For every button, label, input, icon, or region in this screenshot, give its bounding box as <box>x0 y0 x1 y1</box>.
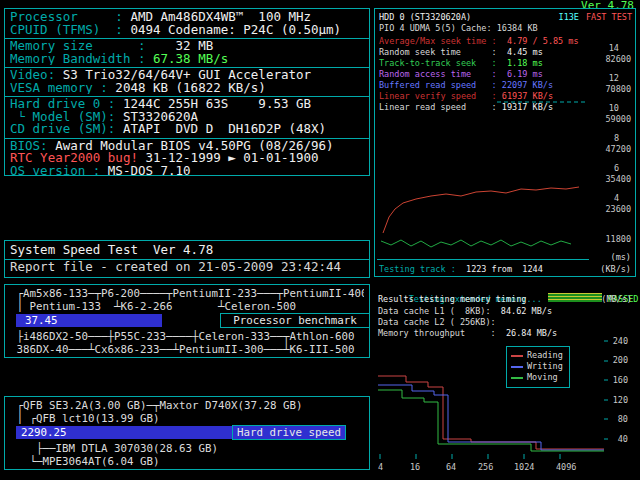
axis-kbs-label: 11800 <box>585 234 631 245</box>
hdd-axis-row: 847200 <box>585 133 631 155</box>
y-tick-label: 240 <box>613 336 628 347</box>
testing-track-row: Testing track : 1223 from 1244 <box>379 264 543 275</box>
read-speed-curve <box>383 187 579 233</box>
cpuid-label: CPUID (TFMS) : <box>10 24 130 37</box>
bios-value: Award Modular BIOS v4.50PG (08/26/96) <box>55 140 333 153</box>
memory-graph <box>376 338 608 460</box>
axis-kbs-label: 23600 <box>585 204 631 215</box>
drive-benchmark-panel: ┌QFB SE3.2A(3.00 GB)─┬Maxtor D740X(37.28… <box>4 396 370 470</box>
system-info-panel: Processor : AMD Am486DX4WB™ 100 MHz CPUI… <box>4 8 370 176</box>
drive-scale-row-1: ┌QFB SE3.2A(3.00 GB)─┬Maxtor D740X(37.28… <box>10 399 364 412</box>
y2k-label: RTC Year2000 bug! <box>10 152 145 165</box>
os-label: OS version : <box>10 165 108 178</box>
hdd-axis-row: 423600 <box>585 193 631 215</box>
memory-bandwidth-row: Memory Bandwidth : 67.38 MB/s <box>10 53 364 66</box>
cd-drive-row: CD drive (SM): ATAPI DVD D DH16D2P (48X) <box>10 123 364 136</box>
hard-drive-row: Hard drive 0 : 1244C 255H 63S 9.53 GB <box>10 98 364 111</box>
drive-scale-row-2: │ ┌QFB lct10(13.99 GB) <box>10 412 364 425</box>
x-tick-label: 4096 <box>556 462 576 473</box>
drive-scale-row-4: └─MPE3064AT(6.04 GB) <box>10 455 364 468</box>
cpu-benchmark-bar-row: 37.45 Processor benchmark <box>10 313 364 329</box>
y-tick-label: 200 <box>613 355 628 366</box>
reading-swatch <box>511 355 523 357</box>
vesa-label: VESA memory : <box>10 82 115 95</box>
video-label: Video: <box>10 69 63 82</box>
memory-size-row: Memory size : 32 MB <box>10 40 364 53</box>
memory-test-panel: Testing extended memory...PASSED Results… <box>374 280 636 476</box>
memory-test-progress-bar <box>548 293 602 302</box>
testing-track-label: Testing track : <box>379 264 461 274</box>
x-tick-label: 256 <box>478 462 493 473</box>
y-tick-label: 80 <box>618 414 628 425</box>
drive-benchmark-label: Hard drive speed <box>232 425 346 440</box>
screen: Ver 4.78 Processor : AMD Am486DX4WB™ 100… <box>0 0 640 480</box>
processor-value: AMD Am486DX4WB™ 100 MHz <box>130 11 311 24</box>
axis-kbs-label: 47200 <box>585 144 631 155</box>
x-tick-label: 64 <box>446 462 456 473</box>
drive-score-value: 2290.25 <box>21 426 67 439</box>
l1-cache-value: 84.62 MB/s <box>491 306 552 316</box>
y-tick-label: 120 <box>613 395 628 406</box>
hdd-footer-divider <box>377 259 589 260</box>
vesa-row: VESA memory : 2048 KB (16822 KB/s) <box>10 82 364 95</box>
cpu-scale-row-2: │ Pentium-133 ┴K6-2-266 ┴Celeron-500 <box>10 300 364 313</box>
hdd-model-value: ST3320620A <box>123 111 198 124</box>
unit-mbs-label: (MB/s) <box>601 294 632 305</box>
y2k-row: RTC Year2000 bug! 31-12-1999 ► 01-01-190… <box>10 152 364 165</box>
vesa-value: 2048 KB (16822 KB/s) <box>115 82 266 95</box>
hdd-axis-row: 635400 <box>585 163 631 185</box>
hdd-name: HDD 0 (ST3320620A) <box>379 12 471 23</box>
legend-moving-label: Moving <box>527 372 558 382</box>
cpu-scale-row-3: ├i486DX2-50───┼P55C-233────┼Celeron-333─… <box>10 330 364 343</box>
drive-benchmark-bar-row: 2290.25 Hard drive speed <box>10 425 364 441</box>
l1-cache-row: Data cache L1 ( 8KB): 84.62 MB/s <box>378 306 552 317</box>
writing-curve <box>378 385 604 450</box>
x-tick-label: 16 <box>410 462 420 473</box>
memory-throughput-label: Memory throughput : <box>378 328 496 338</box>
legend-item-moving: Moving <box>511 372 565 383</box>
memory-bandwidth-label: Memory Bandwidth : <box>10 53 153 66</box>
cpu-benchmark-label: Processor benchmark <box>220 313 370 328</box>
cd-drive-value: ATAPI DVD D DH16D2P (48X) <box>123 123 326 136</box>
hdd-status-badge: FAST TEST <box>586 12 632 23</box>
hdd-axis-row: 1482600 <box>585 43 631 65</box>
axis-ms-label: 14 <box>585 43 631 54</box>
y-tick-label: 40 <box>618 434 628 445</box>
writing-swatch <box>511 366 523 368</box>
bios-label: BIOS: <box>10 140 55 153</box>
cpu-score-bar: 37.45 <box>16 314 162 327</box>
hdd-model-label: └ Model (SM): <box>10 111 123 124</box>
moving-swatch <box>511 377 523 379</box>
memory-size-label: Memory size : <box>10 40 153 53</box>
memory-throughput-value: 26.84 MB/s <box>496 328 557 338</box>
axis-ms-label <box>585 223 631 234</box>
processor-label: Processor : <box>10 11 130 24</box>
unit-ms-label: (ms) <box>611 252 631 263</box>
processor-row: Processor : AMD Am486DX4WB™ 100 MHz <box>10 11 364 24</box>
bios-row: BIOS: Award Modular BIOS v4.50PG (08/26/… <box>10 140 364 153</box>
x-tick-label: 1024 <box>514 462 534 473</box>
unit-kbs-label: (KB/s) <box>600 264 631 275</box>
legend-item-reading: Reading <box>511 350 565 361</box>
axis-ms-label: 4 <box>585 193 631 204</box>
axis-ms-label: 6 <box>585 163 631 174</box>
app-title-panel: System Speed Test Ver 4.78 Report file -… <box>4 240 370 278</box>
axis-kbs-label: 35400 <box>585 174 631 185</box>
hdd-axis-row: 1270800 <box>585 73 631 95</box>
l1-cache-label: Data cache L1 ( 8KB): <box>378 306 491 316</box>
divider <box>5 136 369 139</box>
video-row: Video: S3 Trio32/64/64V+ GUI Accelerator <box>10 69 364 82</box>
y2k-value: 31-12-1999 ► 01-01-1900 <box>145 152 318 165</box>
divider <box>5 65 369 68</box>
hdd-axis-row: 11800 <box>585 223 631 245</box>
axis-ms-label: 12 <box>585 73 631 84</box>
hard-drive-value: 1244C 255H 63S 9.53 GB <box>123 98 311 111</box>
cpuid-row: CPUID (TFMS) : 0494 Codename: P24C (0.50… <box>10 24 364 37</box>
memory-results-title: Results testing memory timing <box>378 294 526 305</box>
legend-reading-label: Reading <box>527 350 563 360</box>
hdd-mode: I13E <box>559 12 579 23</box>
legend-item-writing: Writing <box>511 361 565 372</box>
video-value: S3 Trio32/64/64V+ GUI Accelerator <box>63 69 311 82</box>
divider <box>5 36 369 39</box>
cpu-scale-row-4: 386DX-40───┴Cx6x86-233──┴PentiumII-300──… <box>10 343 364 356</box>
